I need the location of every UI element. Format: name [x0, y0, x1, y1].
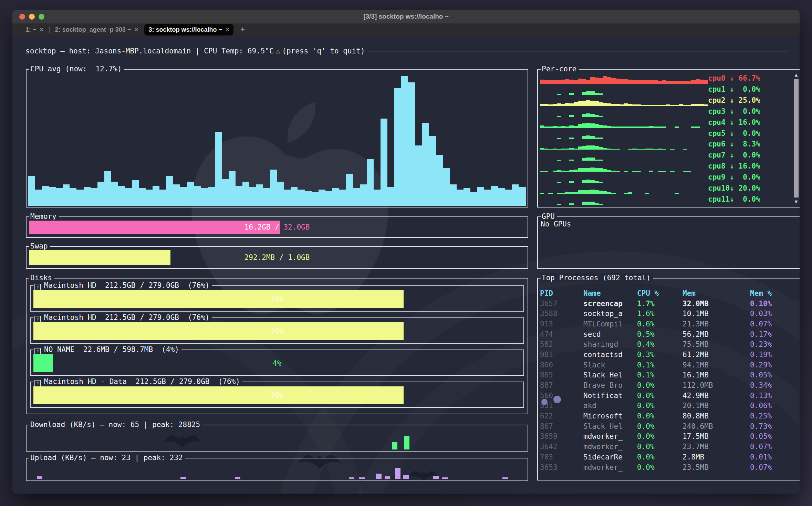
disk-gauge-label: 76% — [33, 391, 521, 399]
core-sparkline — [540, 106, 708, 117]
net-bar — [502, 477, 508, 479]
disks-panel: Disks ?Macintosh HD 212.5GB / 279.0GB (7… — [26, 278, 528, 414]
zoom-window-button[interactable] — [39, 14, 44, 20]
net-bar — [433, 476, 439, 479]
process-cell-cpu: 1.7% — [637, 300, 683, 308]
tab-3-label: 3: socktop ws://localho ~ — [148, 26, 222, 33]
scrollbar-thumb[interactable] — [794, 79, 799, 198]
process-cell-cpu: 0.0% — [637, 412, 683, 420]
process-cell-name: Slack — [583, 361, 637, 369]
memory-gauge: 16.2GB / 32.0GB — [29, 221, 525, 234]
process-cell-name: secd — [583, 330, 637, 338]
core-sparkline — [540, 128, 708, 139]
swap-panel-title: Swap — [29, 242, 50, 251]
scroll-up-icon[interactable]: ▲ — [794, 72, 798, 78]
process-cell-mem-pct: 0.03% — [750, 310, 793, 318]
process-cell-mem-pct: 0.23% — [750, 340, 793, 348]
process-cell-mem: 2.8MB — [683, 453, 750, 461]
process-cell-pid: 3653 — [540, 463, 583, 472]
process-cell-cpu: 0.0% — [637, 381, 683, 389]
process-cell-mem: 42.9MB — [683, 392, 750, 400]
tab-3-active[interactable]: 3: socktop ws://localho ~ × — [144, 24, 233, 36]
disk-gauge: 76% — [33, 322, 521, 340]
cpu-history-chart — [28, 72, 526, 206]
scroll-down-icon[interactable]: ▼ — [794, 199, 798, 205]
memory-gauge-label: 16.2GB / 32.0GB — [29, 223, 525, 231]
process-cell-mem: 75.5MB — [683, 340, 750, 348]
process-cell-mem: 16.1MB — [683, 371, 750, 379]
core-row-cpu2: cpu2 ↓ 25.0% — [540, 95, 791, 106]
net-bar — [385, 476, 390, 479]
header-rule — [368, 51, 788, 51]
process-cell-mem-pct: 0.05% — [750, 432, 793, 441]
process-column-header: Name — [583, 289, 637, 297]
process-cell-mem-pct: 0.10% — [750, 300, 793, 308]
new-tab-button[interactable]: + — [236, 25, 250, 34]
process-cell-name: akd — [583, 402, 637, 410]
process-cell-pid: 860 — [540, 361, 583, 369]
process-cell-pid: 887 — [540, 381, 583, 389]
net-bar — [395, 468, 400, 479]
gpu-status-text: No GPUs — [541, 220, 571, 228]
core-row-cpu1: cpu1 ↓ 0.0% — [540, 84, 791, 95]
net-bar — [392, 442, 397, 449]
process-cell-mem: 10.1MB — [683, 310, 750, 318]
disk-list: ?Macintosh HD 212.5GB / 279.0GB (76%)76%… — [27, 279, 528, 414]
process-cell-mem-pct: 0.34% — [750, 381, 793, 389]
terminal-window: [3/3] socktop ws://localho ~ 1: ~ × | 2:… — [12, 10, 800, 494]
temp-warning-icon: ⚠ — [274, 47, 282, 55]
process-cell-name: mdworker_ — [583, 463, 637, 472]
disk-gauge: 76% — [33, 386, 521, 404]
process-cell-mem: 80.8MB — [683, 412, 750, 420]
quit-hint-text: (press 'q' to quit) — [282, 47, 365, 55]
disk-item: ?NO NAME 22.6MB / 598.7MB (4%)4% — [30, 350, 524, 376]
download-panel: Download (KB/s) — now: 65 | peak: 28825 — [26, 425, 528, 452]
process-cell-cpu: 0.4% — [637, 340, 683, 348]
process-column-header: Mem — [683, 289, 750, 297]
tab-2-label: 2: socktop_agent -p 303 ~ — [55, 26, 131, 33]
process-cell-cpu: 0.0% — [637, 432, 683, 441]
process-cell-pid: 531 — [540, 402, 583, 410]
core-label: cpu11↓ 0.0% — [708, 195, 791, 203]
process-cell-name: Brave Bro — [583, 381, 637, 389]
tab-1-label: 1: ~ — [25, 26, 37, 33]
tab-1[interactable]: 1: ~ × — [21, 23, 48, 36]
tab-3-close-icon[interactable]: × — [226, 26, 229, 33]
net-bar — [403, 475, 409, 479]
close-window-button[interactable] — [19, 14, 25, 20]
process-cell-mem: 23.5MB — [683, 463, 750, 472]
process-cell-cpu: 1.6% — [637, 310, 683, 318]
core-row-cpu8: cpu8 ↓ 16.0% — [540, 161, 791, 172]
tab-2[interactable]: 2: socktop_agent -p 303 ~ × — [51, 23, 143, 36]
per-core-list: cpu0 ↓ 66.7%cpu1 ↓ 0.0%cpu2 ↓ 25.0%cpu3 … — [540, 73, 791, 205]
process-cell-name: mdworker_ — [583, 443, 637, 451]
disk-gauge: 76% — [33, 290, 521, 308]
per-core-scrollbar[interactable]: ▲ ▼ — [793, 72, 799, 205]
process-cell-pid: 867 — [540, 422, 583, 431]
process-cell-mem: 94.1MB — [683, 361, 750, 369]
minimize-window-button[interactable] — [29, 14, 35, 20]
status-header: socktop — host: Jasons-MBP.localdomain |… — [25, 47, 788, 55]
core-row-cpu5: cpu5 ↓ 0.0% — [540, 128, 791, 139]
process-cell-cpu: 0.1% — [637, 371, 683, 379]
net-bar — [235, 477, 240, 479]
window-controls — [19, 10, 44, 23]
core-label: cpu3 ↓ 0.0% — [708, 107, 791, 115]
core-row-cpu3: cpu3 ↓ 0.0% — [540, 106, 791, 117]
swap-gauge: 292.2MB / 1.0GB — [29, 250, 525, 265]
core-label: cpu9 ↓ 0.0% — [708, 173, 791, 181]
process-cell-mem-pct: 0.73% — [750, 422, 793, 431]
process-cell-mem-pct: 0.07% — [750, 320, 793, 328]
per-core-panel: Per-core cpu0 ↓ 66.7%cpu1 ↓ 0.0%cpu2 ↓ 2… — [537, 69, 800, 208]
process-cell-mem-pct: 0.13% — [750, 392, 793, 400]
tab-1-close-icon[interactable]: × — [40, 26, 44, 33]
process-cell-mem: 23.7MB — [683, 443, 750, 451]
core-label: cpu1 ↓ 0.0% — [708, 85, 791, 93]
process-cell-pid: 3659 — [540, 432, 583, 441]
tab-2-close-icon[interactable]: × — [134, 26, 138, 33]
core-label: cpu6 ↓ 8.3% — [708, 140, 791, 148]
process-cell-name: contactsd — [583, 351, 637, 359]
disk-gauge-label: 76% — [33, 295, 521, 303]
net-bar — [349, 477, 354, 479]
disk-item: ?Macintosh HD 212.5GB / 279.0GB (76%)76% — [30, 317, 524, 344]
